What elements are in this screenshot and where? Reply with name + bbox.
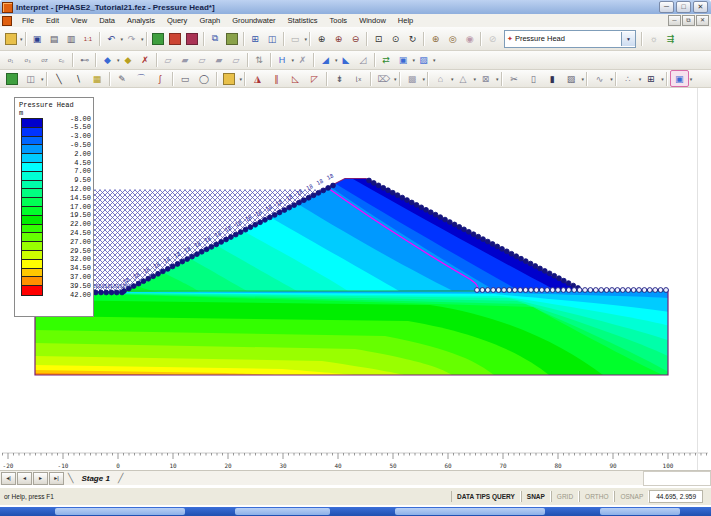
zoom-window-button[interactable]: ⊡ — [370, 30, 387, 47]
shape-tool-button[interactable]: △ — [454, 70, 473, 87]
dimension-3-button[interactable]: ◺ — [286, 70, 305, 87]
pattern-button-dropdown[interactable]: ▾ — [423, 76, 426, 82]
graph-query-button[interactable]: ⊷ — [76, 52, 93, 69]
maximize-button[interactable]: □ — [676, 1, 691, 13]
query-sigma1-button[interactable]: σ₁ — [2, 52, 19, 69]
menu-view[interactable]: View — [65, 16, 93, 25]
show-liner-button[interactable]: ▱ — [228, 52, 245, 69]
active-view-button[interactable]: ▣ — [670, 70, 689, 87]
menu-file[interactable]: File — [16, 16, 40, 25]
show-values-button[interactable]: ▱ — [160, 52, 177, 69]
hatch-tool-button[interactable]: ▨ — [562, 70, 581, 87]
shade-contours-button[interactable]: ☼ — [645, 30, 662, 47]
differential-button[interactable]: ⇅ — [251, 52, 268, 69]
edit-query-button[interactable]: ◆ — [120, 52, 137, 69]
dimension-1-button[interactable]: ◮ — [248, 70, 267, 87]
taskbar-button[interactable] — [395, 508, 545, 515]
save-button[interactable]: ▣ — [29, 30, 46, 47]
menu-edit[interactable]: Edit — [40, 16, 65, 25]
zoom-out-button[interactable]: ⊖ — [347, 30, 364, 47]
first-stage-button[interactable]: ◂| — [1, 472, 16, 485]
line-tool-button[interactable]: ╲ — [50, 70, 69, 87]
status-toggle-data-tips-query[interactable]: DATA TIPS QUERY — [451, 491, 521, 502]
tab-stage-1[interactable]: ╲ Stage 1 ╱ — [68, 473, 123, 483]
window-select-button[interactable]: ◫ — [21, 70, 40, 87]
zoom-in-button[interactable]: ⊕ — [330, 30, 347, 47]
delete-marker-button[interactable]: ✗ — [294, 52, 311, 69]
menu-query[interactable]: Query — [161, 16, 193, 25]
add-marker-button[interactable]: H — [274, 52, 291, 69]
menu-window[interactable]: Window — [353, 16, 392, 25]
eraser-button-dropdown[interactable]: ▾ — [394, 76, 397, 82]
next-stage-button[interactable]: ▸ — [33, 472, 48, 485]
query-c0-button[interactable]: c₀ — [53, 52, 70, 69]
lock-tool-button[interactable]: ▯ — [524, 70, 543, 87]
child-restore-button[interactable]: ⧉ — [682, 15, 695, 26]
add-query-button[interactable]: ◆ — [99, 52, 116, 69]
menu-analysis[interactable]: Analysis — [121, 16, 161, 25]
annotate-button-dropdown[interactable]: ▾ — [610, 76, 613, 82]
menu-groundwater[interactable]: Groundwater — [226, 16, 281, 25]
status-toggle-osnap[interactable]: OSNAP — [614, 491, 649, 502]
image-insert-button[interactable] — [220, 70, 239, 87]
measure-slope-button[interactable]: ◢ — [317, 52, 334, 69]
image-insert-button-dropdown[interactable]: ▾ — [240, 76, 243, 82]
points-tool-button[interactable]: ∴ — [619, 70, 638, 87]
zoom-100-button[interactable]: ◎ — [444, 30, 461, 47]
last-stage-button[interactable]: ▸| — [49, 472, 64, 485]
show-yield-button[interactable]: ▰ — [177, 52, 194, 69]
query-sigmaz-button[interactable]: σz — [36, 52, 53, 69]
menu-help[interactable]: Help — [392, 16, 419, 25]
print-button[interactable]: ▥ — [63, 30, 80, 47]
view-rotate-button[interactable]: ↻ — [404, 30, 421, 47]
zoom-actual-button[interactable]: 1:1 — [80, 30, 97, 47]
zoom-disabled-button[interactable]: ⊘ — [484, 30, 501, 47]
snap-grid-button[interactable]: ▦ — [88, 70, 107, 87]
copy-button[interactable]: ⧉ — [207, 30, 224, 47]
child-minimize-button[interactable]: ─ — [668, 15, 681, 26]
minimize-button[interactable]: ─ — [659, 1, 674, 13]
child-close-button[interactable]: ✕ — [696, 15, 709, 26]
window-select-button-dropdown[interactable]: ▾ — [41, 76, 44, 82]
display-options-button[interactable]: ▨ — [415, 52, 432, 69]
zoom-highlight-button[interactable]: ◉ — [461, 30, 478, 47]
taskbar-button[interactable] — [600, 508, 680, 515]
taskbar-button[interactable] — [55, 508, 185, 515]
contour-legend[interactable]: Pressure Head m -8.00-5.50-3.00-0.502.00… — [14, 97, 94, 317]
active-view-button-dropdown[interactable]: ▾ — [690, 76, 693, 82]
print-preview-button[interactable]: ▤ — [46, 30, 63, 47]
zoom-mouse-button[interactable]: ⊛ — [427, 30, 444, 47]
measure-angle-button[interactable]: ◣ — [338, 52, 355, 69]
redo-button-dropdown[interactable]: ▾ — [141, 36, 144, 42]
status-toggle-snap[interactable]: SNAP — [521, 491, 551, 502]
query-sigma3-button[interactable]: σ₃ — [19, 52, 36, 69]
picture-view-icon[interactable] — [150, 30, 167, 47]
swap-axes-button[interactable]: ⇄ — [378, 52, 395, 69]
arc-tool-button[interactable]: ⌒ — [132, 70, 151, 87]
tile-view-button[interactable]: ◫ — [264, 30, 281, 47]
menu-data[interactable]: Data — [93, 16, 121, 25]
eraser-button[interactable]: ⌦ — [374, 70, 393, 87]
mesh-tool-button-dropdown[interactable]: ▾ — [661, 76, 664, 82]
region-tool-button-dropdown[interactable]: ▾ — [496, 76, 499, 82]
hatch-tool-button-dropdown[interactable]: ▾ — [582, 76, 585, 82]
dimension-4-button[interactable]: ◸ — [305, 70, 324, 87]
annotate-button[interactable]: ∿ — [590, 70, 609, 87]
delete-query-button[interactable]: ✗ — [137, 52, 154, 69]
measure-dip-button[interactable]: ◿ — [355, 52, 372, 69]
menu-statistics[interactable]: Statistics — [282, 16, 324, 25]
zoom-extents-button[interactable]: ⊕ — [313, 30, 330, 47]
undo-button[interactable]: ↶ — [103, 30, 120, 47]
sort-button[interactable]: ⇟ — [330, 70, 349, 87]
dimension-2-button[interactable]: ∥ — [267, 70, 286, 87]
prev-stage-button[interactable]: ◂ — [17, 472, 32, 485]
region-tool-button[interactable]: ⊠ — [476, 70, 495, 87]
plot-canvas[interactable]: 1818181818181818181818181818181818181818… — [0, 88, 711, 470]
ellipse-tool-button[interactable]: ◯ — [195, 70, 214, 87]
open-button[interactable] — [2, 30, 19, 47]
taskbar-button[interactable] — [235, 508, 330, 515]
paste-button[interactable]: ▭ — [287, 30, 304, 47]
display-options-button-dropdown[interactable]: ▾ — [433, 57, 436, 63]
cut-tool-button[interactable]: ✂ — [505, 70, 524, 87]
close-button[interactable]: ✕ — [693, 1, 708, 13]
